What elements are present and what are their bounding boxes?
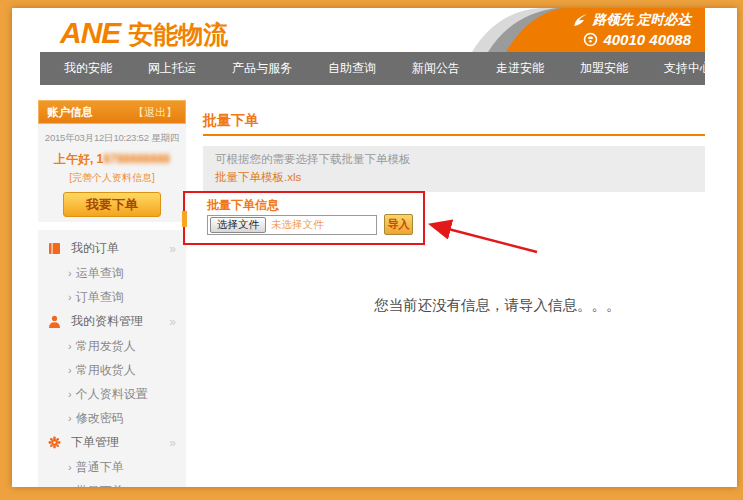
menu-item-label: 修改密码	[76, 410, 124, 427]
menu-item-label: 运单查询	[76, 265, 124, 282]
page-title: 批量下单	[203, 112, 259, 130]
menu-item-label: 常用发货人	[76, 338, 136, 355]
menu-item-label: 批量下单	[76, 483, 124, 488]
masked-phone-number: 8788888888	[103, 152, 170, 166]
ane-logo[interactable]: ANE 安能物流	[60, 16, 228, 51]
menu-item-运单查询[interactable]: ›运单查询	[38, 261, 186, 285]
chevron-right-icon: ›	[68, 267, 72, 279]
file-input[interactable]: 选择文件 未选择文件	[207, 215, 377, 235]
chevron-right-icon: ›	[68, 412, 72, 424]
annotation-red-box: 批量下单信息 选择文件 未选择文件 导入	[183, 191, 425, 245]
section-marker	[182, 211, 187, 227]
ane-swoosh-icon	[572, 13, 589, 28]
place-order-button[interactable]: 我要下单	[63, 192, 161, 217]
sidebar-menu: 我的订单»›运单查询›订单查询我的资料管理»›常用发货人›常用收货人›个人资料设…	[38, 230, 186, 487]
phone-icon	[583, 32, 598, 47]
menu-item-个人资料设置[interactable]: ›个人资料设置	[38, 382, 186, 406]
chevron-right-icon: ›	[68, 485, 72, 487]
title-underline	[203, 134, 705, 136]
account-title: 账户信息	[47, 105, 93, 120]
profile-icon	[48, 315, 62, 329]
menu-item-常用发货人[interactable]: ›常用发货人	[38, 334, 186, 358]
gear-icon	[48, 436, 62, 450]
template-download-link[interactable]: 批量下单模板.xls	[215, 170, 301, 185]
orders-icon	[48, 242, 62, 256]
greeting-prefix: 上午好, 1	[54, 152, 103, 166]
menu-group-我的订单[interactable]: 我的订单»	[38, 236, 186, 261]
chevron-right-icon: ›	[68, 388, 72, 400]
nav-item-2[interactable]: 网上托运	[135, 60, 209, 77]
chevron-right-icon: ›	[68, 364, 72, 376]
menu-group-label: 我的订单	[71, 240, 119, 257]
complete-profile-link[interactable]: [完善个人资料信息]	[38, 171, 186, 185]
template-hint-box: 可根据您的需要选择下载批量下单模板 批量下单模板.xls	[203, 146, 705, 192]
empty-state-message: 您当前还没有信息，请导入信息。。。	[374, 296, 621, 315]
login-datetime: 2015年03月12日10:23:52 星期四	[38, 132, 186, 145]
menu-group-label: 我的资料管理	[71, 313, 143, 330]
logout-link[interactable]: 【退出】	[133, 105, 177, 120]
menu-item-常用收货人[interactable]: ›常用收货人	[38, 358, 186, 382]
menu-item-label: 个人资料设置	[76, 386, 148, 403]
logo-ane-text: ANE	[60, 16, 120, 50]
nav-item-3[interactable]: 产品与服务	[219, 60, 305, 77]
greeting: 上午好, 18788888888	[38, 151, 186, 168]
menu-group-label: 下单管理	[71, 434, 119, 451]
account-info-box: 账户信息 【退出】 2015年03月12日10:23:52 星期四 上午好, 1…	[38, 100, 186, 222]
menu-item-修改密码[interactable]: ›修改密码	[38, 406, 186, 430]
menu-group-我的资料管理[interactable]: 我的资料管理»	[38, 309, 186, 334]
menu-item-批量下单[interactable]: ›批量下单	[38, 479, 186, 487]
phone-number: 40010 40088	[603, 31, 691, 48]
nav-item-1[interactable]: 我的安能	[51, 60, 125, 77]
file-upload-row: 选择文件 未选择文件 导入	[207, 214, 413, 235]
choose-file-button[interactable]: 选择文件	[210, 217, 266, 233]
double-chevron-icon: »	[169, 315, 176, 329]
menu-item-label: 订单查询	[76, 289, 124, 306]
page-container: ANE 安能物流 路领先 定时必达 40010 4	[12, 8, 737, 487]
double-chevron-icon: »	[169, 242, 176, 256]
logo-chinese-text: 安能物流	[128, 18, 228, 51]
account-header: 账户信息 【退出】	[38, 100, 186, 124]
chevron-right-icon: ›	[68, 461, 72, 473]
main-nav: 我的安能网上托运产品与服务自助查询新闻公告走进安能加盟安能支持中心	[40, 52, 705, 85]
golden-background: ANE 安能物流 路领先 定时必达 40010 4	[0, 0, 743, 500]
double-chevron-icon: »	[169, 436, 176, 450]
brand-slogan: 路领先 定时必达	[572, 11, 691, 29]
service-phone: 40010 40088	[583, 31, 691, 48]
nav-item-4[interactable]: 自助查询	[315, 60, 389, 77]
menu-item-普通下单[interactable]: ›普通下单	[38, 455, 186, 479]
header-banner: 路领先 定时必达 40010 40088	[432, 8, 705, 52]
upload-section-title: 批量下单信息	[207, 197, 279, 214]
menu-item-label: 普通下单	[76, 459, 124, 476]
no-file-selected-text: 未选择文件	[271, 218, 324, 232]
menu-item-订单查询[interactable]: ›订单查询	[38, 285, 186, 309]
menu-group-下单管理[interactable]: 下单管理»	[38, 430, 186, 455]
nav-item-8[interactable]: 支持中心	[651, 60, 725, 77]
slogan-text: 路领先 定时必达	[593, 11, 691, 29]
chevron-right-icon: ›	[68, 291, 72, 303]
template-hint-text: 可根据您的需要选择下载批量下单模板	[215, 152, 693, 167]
nav-item-7[interactable]: 加盟安能	[567, 60, 641, 77]
nav-item-5[interactable]: 新闻公告	[399, 60, 473, 77]
nav-item-6[interactable]: 走进安能	[483, 60, 557, 77]
import-button[interactable]: 导入	[384, 214, 413, 235]
menu-item-label: 常用收货人	[76, 362, 136, 379]
chevron-right-icon: ›	[68, 340, 72, 352]
